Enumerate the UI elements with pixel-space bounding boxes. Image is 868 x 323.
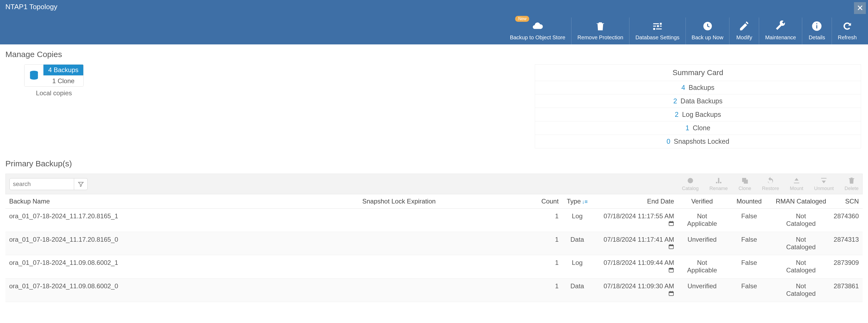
col-mounted[interactable]: Mounted — [726, 194, 772, 209]
svg-rect-11 — [672, 221, 672, 222]
cell-snapshot-lock — [359, 278, 530, 302]
cell-backup-name: ora_01_07-18-2024_11.09.08.6002_1 — [5, 255, 359, 279]
col-rman[interactable]: RMAN Cataloged — [772, 194, 830, 209]
close-button[interactable]: ✕ — [854, 2, 866, 14]
backup-to-object-store-button[interactable]: New Backup to Object Store — [504, 17, 571, 44]
tool-label: Maintenance — [765, 34, 796, 41]
col-scn[interactable]: SCN — [830, 194, 863, 209]
back-up-now-button[interactable]: Back up Now — [685, 17, 730, 44]
tool-label: Remove Protection — [578, 34, 623, 41]
summary-card-title: Summary Card — [535, 65, 861, 81]
summary-value: 0 — [666, 138, 671, 145]
search-input[interactable] — [9, 178, 74, 190]
cloud-icon — [532, 21, 543, 32]
clone-count-chip[interactable]: 1 Clone — [43, 75, 83, 86]
summary-value: 1 — [685, 124, 689, 132]
trash-icon — [595, 21, 606, 32]
cell-type: Data — [562, 232, 592, 255]
action-label: Unmount — [814, 186, 834, 191]
svg-rect-10 — [670, 221, 671, 222]
cell-count: 1 — [530, 232, 563, 255]
cell-rman: NotCataloged — [772, 232, 830, 255]
cell-snapshot-lock — [359, 232, 530, 255]
mount-action[interactable]: Mount — [790, 177, 803, 191]
cell-mounted: False — [726, 278, 772, 302]
col-type[interactable]: Type↓≡ — [562, 194, 592, 209]
svg-rect-2 — [816, 25, 817, 29]
new-badge: New — [515, 16, 529, 22]
col-backup-name[interactable]: Backup Name — [5, 194, 359, 209]
cell-end-date: 07/18/2024 11:09:30 AM — [592, 278, 678, 302]
delete-action[interactable]: Delete — [844, 177, 859, 191]
table-row[interactable]: ora_01_07-18-2024_11.09.08.6002_11Log07/… — [5, 255, 863, 279]
summary-label: Snapshots Locked — [674, 138, 730, 145]
cell-backup-name: ora_01_07-18-2024_11.17.20.8165_0 — [5, 232, 359, 255]
table-row[interactable]: ora_01_07-18-2024_11.17.20.8165_01Data07… — [5, 232, 863, 255]
action-label: Catalog — [682, 186, 699, 191]
col-label: Type — [567, 198, 581, 205]
modify-button[interactable]: Modify — [729, 17, 759, 44]
col-verified[interactable]: Verified — [678, 194, 726, 209]
table-row[interactable]: ora_01_07-18-2024_11.17.20.8165_11Log07/… — [5, 209, 863, 232]
action-label: Restore — [762, 186, 779, 191]
summary-card: Summary Card 4 Backups 2 Data Backups 2 … — [535, 64, 861, 148]
cell-rman: NotCataloged — [772, 209, 830, 232]
manage-copies-title: Manage Copies — [5, 50, 863, 59]
unmount-action[interactable]: Unmount — [814, 177, 834, 191]
col-count[interactable]: Count — [530, 194, 563, 209]
svg-rect-22 — [670, 291, 671, 292]
app-header: NTAP1 Topology ✕ New Backup to Object St… — [0, 0, 868, 44]
svg-rect-3 — [816, 24, 817, 25]
table-row[interactable]: ora_01_07-18-2024_11.09.08.6002_01Data07… — [5, 278, 863, 302]
header-toolbar: New Backup to Object Store Remove Protec… — [504, 17, 863, 44]
local-copies-card[interactable]: 4 Backups 1 Clone — [24, 64, 84, 87]
summary-row-backups[interactable]: 4 Backups — [535, 81, 861, 94]
calendar-icon — [668, 244, 674, 251]
refresh-button[interactable]: Refresh — [832, 17, 863, 44]
cell-scn: 2873909 — [830, 255, 863, 279]
sort-desc-icon: ↓≡ — [582, 199, 588, 205]
unmount-icon — [820, 177, 828, 185]
svg-rect-18 — [670, 267, 671, 269]
summary-value: 4 — [681, 84, 685, 91]
summary-row-data-backups[interactable]: 2 Data Backups — [535, 94, 861, 108]
summary-label: Backups — [688, 84, 714, 91]
tool-label: Backup to Object Store — [510, 34, 565, 41]
catalog-icon — [686, 177, 694, 185]
summary-row-snapshots-locked[interactable]: 0 Snapshots Locked — [535, 135, 861, 148]
backups-count-chip[interactable]: 4 Backups — [43, 65, 83, 75]
filter-button[interactable] — [74, 178, 88, 190]
summary-row-log-backups[interactable]: 2 Log Backups — [535, 108, 861, 121]
cell-mounted: False — [726, 255, 772, 279]
cell-end-date: 07/18/2024 11:17:55 AM — [592, 209, 678, 232]
col-end-date[interactable]: End Date — [592, 194, 678, 209]
calendar-icon — [668, 267, 674, 275]
tool-label: Details — [809, 34, 825, 41]
svg-point-5 — [688, 178, 693, 183]
search-group — [9, 178, 88, 190]
database-settings-button[interactable]: Database Settings — [629, 17, 685, 44]
svg-rect-17 — [669, 268, 673, 270]
cell-verified: NotApplicable — [678, 209, 726, 232]
svg-rect-15 — [672, 244, 672, 246]
svg-rect-13 — [669, 245, 673, 246]
maintenance-button[interactable]: Maintenance — [759, 17, 802, 44]
cell-verified: Unverified — [678, 278, 726, 302]
cell-type: Data — [562, 278, 592, 302]
cell-end-date: 07/18/2024 11:17:41 AM — [592, 232, 678, 255]
remove-protection-button[interactable]: Remove Protection — [571, 17, 629, 44]
primary-backups-toolbar: Catalog Rename Clone Restore Mount — [5, 174, 863, 194]
clone-action[interactable]: Clone — [739, 177, 751, 191]
restore-action[interactable]: Restore — [762, 177, 779, 191]
details-button[interactable]: Details — [802, 17, 832, 44]
rename-action[interactable]: Rename — [710, 177, 728, 191]
calendar-icon — [668, 290, 674, 298]
svg-rect-23 — [672, 291, 672, 292]
summary-row-clone[interactable]: 1 Clone — [535, 121, 861, 135]
action-label: Clone — [739, 186, 751, 191]
cell-count: 1 — [530, 209, 563, 232]
catalog-action[interactable]: Catalog — [682, 177, 699, 191]
cell-backup-name: ora_01_07-18-2024_11.09.08.6002_0 — [5, 278, 359, 302]
primary-backups-section: Primary Backup(s) Catalog Rename — [5, 159, 863, 302]
col-snapshot-lock[interactable]: Snapshot Lock Expiration — [359, 194, 530, 209]
